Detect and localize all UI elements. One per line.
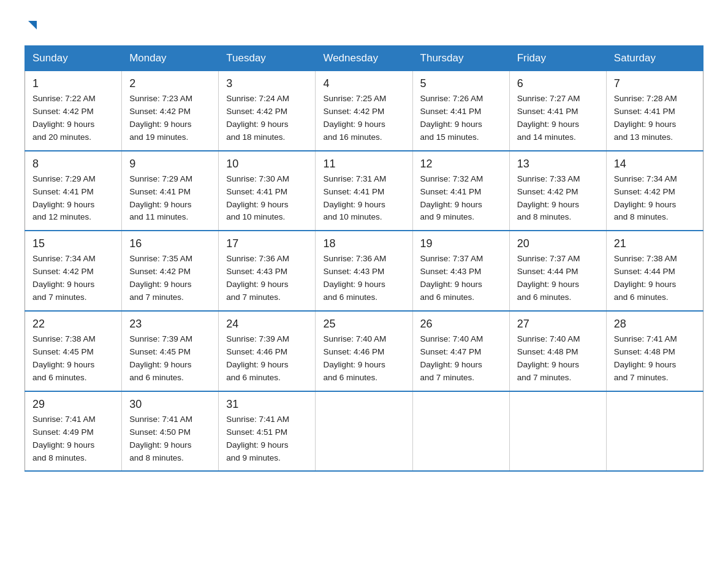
day-number: 2 — [129, 77, 211, 90]
day-info: Sunrise: 7:32 AM Sunset: 4:41 PM Dayligh… — [420, 173, 502, 224]
calendar-week-row: 29 Sunrise: 7:41 AM Sunset: 4:49 PM Dayl… — [25, 391, 703, 472]
day-number: 16 — [129, 237, 211, 250]
calendar-day-cell: 26 Sunrise: 7:40 AM Sunset: 4:47 PM Dayl… — [412, 311, 509, 391]
calendar-day-cell: 10 Sunrise: 7:30 AM Sunset: 4:41 PM Dayl… — [219, 151, 316, 231]
calendar-day-cell: 6 Sunrise: 7:27 AM Sunset: 4:41 PM Dayli… — [509, 71, 606, 151]
weekday-header-row: SundayMondayTuesdayWednesdayThursdayFrid… — [25, 46, 703, 71]
day-info: Sunrise: 7:29 AM Sunset: 4:41 PM Dayligh… — [129, 173, 211, 224]
calendar-day-cell: 25 Sunrise: 7:40 AM Sunset: 4:46 PM Dayl… — [316, 311, 412, 391]
calendar-day-cell: 9 Sunrise: 7:29 AM Sunset: 4:41 PM Dayli… — [122, 151, 219, 231]
day-info: Sunrise: 7:34 AM Sunset: 4:42 PM Dayligh… — [614, 173, 696, 224]
calendar-day-cell: 23 Sunrise: 7:39 AM Sunset: 4:45 PM Dayl… — [122, 311, 219, 391]
calendar-week-row: 8 Sunrise: 7:29 AM Sunset: 4:41 PM Dayli… — [25, 151, 703, 231]
calendar-day-cell: 20 Sunrise: 7:37 AM Sunset: 4:44 PM Dayl… — [509, 231, 606, 311]
day-info: Sunrise: 7:40 AM Sunset: 4:48 PM Dayligh… — [517, 333, 599, 385]
day-info: Sunrise: 7:41 AM Sunset: 4:50 PM Dayligh… — [129, 413, 211, 465]
day-info: Sunrise: 7:22 AM Sunset: 4:42 PM Dayligh… — [32, 93, 114, 144]
calendar-day-cell: 30 Sunrise: 7:41 AM Sunset: 4:50 PM Dayl… — [122, 391, 219, 472]
calendar-day-cell: 28 Sunrise: 7:41 AM Sunset: 4:48 PM Dayl… — [606, 311, 703, 391]
day-number: 13 — [517, 158, 599, 170]
weekday-header-sunday: Sunday — [25, 46, 122, 71]
day-info: Sunrise: 7:39 AM Sunset: 4:45 PM Dayligh… — [129, 333, 211, 385]
day-info: Sunrise: 7:38 AM Sunset: 4:44 PM Dayligh… — [614, 253, 696, 304]
day-number: 21 — [614, 237, 696, 250]
day-number: 12 — [420, 158, 502, 170]
calendar-day-cell: 29 Sunrise: 7:41 AM Sunset: 4:49 PM Dayl… — [25, 391, 122, 472]
calendar-day-cell: 13 Sunrise: 7:33 AM Sunset: 4:42 PM Dayl… — [509, 151, 606, 231]
day-info: Sunrise: 7:35 AM Sunset: 4:42 PM Dayligh… — [129, 253, 211, 304]
day-info: Sunrise: 7:27 AM Sunset: 4:41 PM Dayligh… — [517, 93, 599, 144]
calendar-day-cell: 12 Sunrise: 7:32 AM Sunset: 4:41 PM Dayl… — [412, 151, 509, 231]
calendar-day-cell: 16 Sunrise: 7:35 AM Sunset: 4:42 PM Dayl… — [122, 231, 219, 311]
calendar-day-cell: 8 Sunrise: 7:29 AM Sunset: 4:41 PM Dayli… — [25, 151, 122, 231]
day-number: 29 — [32, 398, 114, 411]
day-info: Sunrise: 7:30 AM Sunset: 4:41 PM Dayligh… — [226, 173, 308, 224]
day-number: 4 — [323, 77, 404, 90]
calendar-day-cell: 19 Sunrise: 7:37 AM Sunset: 4:43 PM Dayl… — [412, 231, 509, 311]
day-number: 24 — [226, 318, 308, 331]
calendar-day-cell: 17 Sunrise: 7:36 AM Sunset: 4:43 PM Dayl… — [219, 231, 316, 311]
logo-arrow-icon — [26, 20, 39, 33]
calendar-day-cell: 1 Sunrise: 7:22 AM Sunset: 4:42 PM Dayli… — [25, 71, 122, 151]
day-number: 22 — [32, 318, 114, 331]
calendar-table: SundayMondayTuesdayWednesdayThursdayFrid… — [25, 45, 703, 472]
calendar-day-cell: 31 Sunrise: 7:41 AM Sunset: 4:51 PM Dayl… — [219, 391, 316, 472]
day-number: 11 — [323, 158, 404, 170]
weekday-header-friday: Friday — [509, 46, 606, 71]
calendar-day-cell: 3 Sunrise: 7:24 AM Sunset: 4:42 PM Dayli… — [219, 71, 316, 151]
day-info: Sunrise: 7:41 AM Sunset: 4:51 PM Dayligh… — [226, 413, 308, 465]
day-number: 26 — [420, 318, 502, 331]
calendar-day-cell: 18 Sunrise: 7:36 AM Sunset: 4:43 PM Dayl… — [316, 231, 412, 311]
day-number: 25 — [323, 318, 404, 331]
calendar-day-cell: 21 Sunrise: 7:38 AM Sunset: 4:44 PM Dayl… — [606, 231, 703, 311]
calendar-day-cell: 24 Sunrise: 7:39 AM Sunset: 4:46 PM Dayl… — [219, 311, 316, 391]
day-number: 6 — [517, 77, 599, 90]
calendar-day-cell: 22 Sunrise: 7:38 AM Sunset: 4:45 PM Dayl… — [25, 311, 122, 391]
calendar-week-row: 15 Sunrise: 7:34 AM Sunset: 4:42 PM Dayl… — [25, 231, 703, 311]
day-info: Sunrise: 7:41 AM Sunset: 4:49 PM Dayligh… — [32, 413, 114, 465]
day-number: 9 — [129, 158, 211, 170]
day-number: 23 — [129, 318, 211, 331]
day-info: Sunrise: 7:29 AM Sunset: 4:41 PM Dayligh… — [32, 173, 114, 224]
day-number: 8 — [32, 158, 114, 170]
day-number: 30 — [129, 398, 211, 411]
day-info: Sunrise: 7:37 AM Sunset: 4:44 PM Dayligh… — [517, 253, 599, 304]
day-info: Sunrise: 7:24 AM Sunset: 4:42 PM Dayligh… — [226, 93, 308, 144]
weekday-header-monday: Monday — [122, 46, 219, 71]
day-number: 10 — [226, 158, 308, 170]
day-info: Sunrise: 7:34 AM Sunset: 4:42 PM Dayligh… — [32, 253, 114, 304]
day-number: 14 — [614, 158, 696, 170]
day-info: Sunrise: 7:36 AM Sunset: 4:43 PM Dayligh… — [323, 253, 404, 304]
day-number: 1 — [32, 77, 114, 90]
day-info: Sunrise: 7:33 AM Sunset: 4:42 PM Dayligh… — [517, 173, 599, 224]
day-number: 3 — [226, 77, 308, 90]
weekday-header-saturday: Saturday — [606, 46, 703, 71]
day-number: 5 — [420, 77, 502, 90]
empty-cell — [606, 391, 703, 472]
calendar-day-cell: 15 Sunrise: 7:34 AM Sunset: 4:42 PM Dayl… — [25, 231, 122, 311]
day-info: Sunrise: 7:31 AM Sunset: 4:41 PM Dayligh… — [323, 173, 404, 224]
svg-marker-0 — [28, 21, 37, 29]
day-info: Sunrise: 7:28 AM Sunset: 4:41 PM Dayligh… — [614, 93, 696, 144]
calendar-day-cell: 27 Sunrise: 7:40 AM Sunset: 4:48 PM Dayl… — [509, 311, 606, 391]
logo — [25, 18, 39, 33]
day-number: 15 — [32, 237, 114, 250]
day-number: 31 — [226, 398, 308, 411]
day-info: Sunrise: 7:23 AM Sunset: 4:42 PM Dayligh… — [129, 93, 211, 144]
day-info: Sunrise: 7:41 AM Sunset: 4:48 PM Dayligh… — [614, 333, 696, 385]
calendar-week-row: 1 Sunrise: 7:22 AM Sunset: 4:42 PM Dayli… — [25, 71, 703, 151]
calendar-day-cell: 5 Sunrise: 7:26 AM Sunset: 4:41 PM Dayli… — [412, 71, 509, 151]
day-number: 27 — [517, 318, 599, 331]
calendar-day-cell: 2 Sunrise: 7:23 AM Sunset: 4:42 PM Dayli… — [122, 71, 219, 151]
calendar-day-cell: 4 Sunrise: 7:25 AM Sunset: 4:42 PM Dayli… — [316, 71, 412, 151]
weekday-header-tuesday: Tuesday — [219, 46, 316, 71]
day-info: Sunrise: 7:37 AM Sunset: 4:43 PM Dayligh… — [420, 253, 502, 304]
day-number: 7 — [614, 77, 696, 90]
day-info: Sunrise: 7:36 AM Sunset: 4:43 PM Dayligh… — [226, 253, 308, 304]
day-info: Sunrise: 7:38 AM Sunset: 4:45 PM Dayligh… — [32, 333, 114, 385]
day-number: 17 — [226, 237, 308, 250]
day-info: Sunrise: 7:25 AM Sunset: 4:42 PM Dayligh… — [323, 93, 404, 144]
weekday-header-wednesday: Wednesday — [316, 46, 412, 71]
day-info: Sunrise: 7:39 AM Sunset: 4:46 PM Dayligh… — [226, 333, 308, 385]
day-info: Sunrise: 7:26 AM Sunset: 4:41 PM Dayligh… — [420, 93, 502, 144]
